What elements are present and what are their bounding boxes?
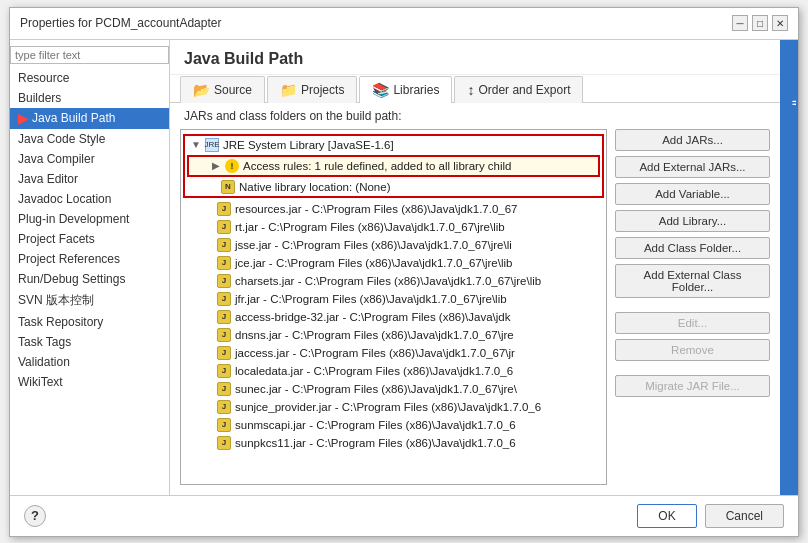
tree-item-native[interactable]: N Native library location: (None) (201, 178, 602, 196)
sidebar-item-label: SVN 版本控制 (18, 292, 94, 309)
tab-projects[interactable]: 📁 Projects (267, 76, 357, 103)
sidebar-item-label: Task Repository (18, 315, 103, 329)
tab-order-label: Order and Export (478, 83, 570, 97)
sidebar-item-validation[interactable]: Validation (10, 352, 169, 372)
sidebar-item-label: Java Build Path (32, 111, 115, 125)
access-bridge-jar-icon: J (217, 310, 231, 324)
charsets-label: charsets.jar - C:\Program Files (x86)\Ja… (235, 275, 541, 287)
add-jars-button[interactable]: Add JARs... (615, 129, 770, 151)
sidebar-item-java-code-style[interactable]: Java Code Style (10, 129, 169, 149)
dialog-buttons: OK Cancel (637, 504, 784, 528)
sidebar-item-java-editor[interactable]: Java Editor (10, 169, 169, 189)
jre-library-icon: JRE (205, 138, 219, 152)
sidebar-item-label: Task Tags (18, 335, 71, 349)
dnsns-label: dnsns.jar - C:\Program Files (x86)\Java\… (235, 329, 514, 341)
tree-item-localedata[interactable]: J localedata.jar - C:\Program Files (x86… (197, 362, 606, 380)
sidebar: Resource Builders ▶ Java Build Path Java… (10, 40, 170, 495)
tree-item-sunpkcs11[interactable]: J sunpkcs11.jar - C:\Program Files (x86)… (197, 434, 606, 452)
expand-jre-icon[interactable]: ▼ (189, 139, 203, 150)
jre-root-label: JRE System Library [JavaSE-1.6] (223, 139, 394, 151)
tree-item-sunjce[interactable]: J sunjce_provider.jar - C:\Program Files… (197, 398, 606, 416)
sidebar-item-label: Resource (18, 71, 69, 85)
access-rules-label: Access rules: 1 rule defined, added to a… (243, 160, 511, 172)
add-class-folder-button[interactable]: Add Class Folder... (615, 237, 770, 259)
tree-item-resources[interactable]: J resources.jar - C:\Program Files (x86)… (197, 200, 606, 218)
minimize-button[interactable]: ─ (732, 15, 748, 31)
native-label: Native library location: (None) (239, 181, 390, 193)
sunec-jar-icon: J (217, 382, 231, 396)
source-tab-icon: 📂 (193, 82, 210, 98)
projects-tab-icon: 📁 (280, 82, 297, 98)
sidebar-item-svn[interactable]: SVN 版本控制 (10, 289, 169, 312)
sidebar-item-label: Project References (18, 252, 120, 266)
tree-item-rt[interactable]: J rt.jar - C:\Program Files (x86)\Java\j… (197, 218, 606, 236)
sidebar-item-label: Project Facets (18, 232, 95, 246)
libraries-tab-icon: 📚 (372, 82, 389, 98)
tab-source[interactable]: 📂 Source (180, 76, 265, 103)
tab-libraries[interactable]: 📚 Libraries (359, 76, 452, 103)
jsse-jar-icon: J (217, 238, 231, 252)
tree-item-jsse[interactable]: J jsse.jar - C:\Program Files (x86)\Java… (197, 236, 606, 254)
tree-item-dnsns[interactable]: J dnsns.jar - C:\Program Files (x86)\Jav… (197, 326, 606, 344)
sidebar-item-task-tags[interactable]: Task Tags (10, 332, 169, 352)
sunpkcs11-label: sunpkcs11.jar - C:\Program Files (x86)\J… (235, 437, 516, 449)
rt-jar-icon: J (217, 220, 231, 234)
tree-item-sunmscapi[interactable]: J sunmscapi.jar - C:\Program Files (x86)… (197, 416, 606, 434)
tree-item-sunec[interactable]: J sunec.jar - C:\Program Files (x86)\Jav… (197, 380, 606, 398)
tree-item-jfr[interactable]: J jfr.jar - C:\Program Files (x86)\Java\… (197, 290, 606, 308)
tree-item-access-rules[interactable]: ▶ ! Access rules: 1 rule defined, added … (205, 157, 598, 175)
sidebar-item-resource[interactable]: Resource (10, 68, 169, 88)
resources-jar-icon: J (217, 202, 231, 216)
add-external-class-folder-button[interactable]: Add External Class Folder... (615, 264, 770, 298)
main-window: Properties for PCDM_accountAdapter ─ □ ✕… (9, 7, 799, 537)
title-bar: Properties for PCDM_accountAdapter ─ □ ✕ (10, 8, 798, 40)
jce-jar-icon: J (217, 256, 231, 270)
add-library-button[interactable]: Add Library... (615, 210, 770, 232)
sidebar-item-label: Javadoc Location (18, 192, 111, 206)
buttons-column: Add JARs... Add External JARs... Add Var… (615, 129, 770, 485)
tree-item-jce[interactable]: J jce.jar - C:\Program Files (x86)\Java\… (197, 254, 606, 272)
sunjce-label: sunjce_provider.jar - C:\Program Files (… (235, 401, 541, 413)
sidebar-item-wikitext[interactable]: WikiText (10, 372, 169, 392)
tree-container[interactable]: ▼ JRE JRE System Library [JavaSE-1.6] ▶ … (180, 129, 607, 485)
sidebar-item-label: Java Editor (18, 172, 78, 186)
sunec-label: sunec.jar - C:\Program Files (x86)\Java\… (235, 383, 517, 395)
sidebar-item-java-build-path[interactable]: ▶ Java Build Path (10, 108, 169, 129)
window-controls: ─ □ ✕ (732, 15, 788, 31)
close-button[interactable]: ✕ (772, 15, 788, 31)
tree-item-jre-root[interactable]: ▼ JRE JRE System Library [JavaSE-1.6] (185, 136, 602, 154)
expand-native-icon (205, 181, 219, 192)
tree-item-jaccess[interactable]: J jaccess.jar - C:\Program Files (x86)\J… (197, 344, 606, 362)
tab-projects-label: Projects (301, 83, 344, 97)
expand-resources (201, 203, 215, 214)
sidebar-item-label: WikiText (18, 375, 63, 389)
cancel-button[interactable]: Cancel (705, 504, 784, 528)
sidebar-item-plugin[interactable]: Plug-in Development (10, 209, 169, 229)
sidebar-item-java-compiler[interactable]: Java Compiler (10, 149, 169, 169)
sidebar-item-project-facets[interactable]: Project Facets (10, 229, 169, 249)
migrate-jar-button[interactable]: Migrate JAR File... (615, 375, 770, 397)
sunjce-jar-icon: J (217, 400, 231, 414)
sidebar-item-run-debug[interactable]: Run/Debug Settings (10, 269, 169, 289)
add-external-jars-button[interactable]: Add External JARs... (615, 156, 770, 178)
tree-item-access-bridge[interactable]: J access-bridge-32.jar - C:\Program File… (197, 308, 606, 326)
help-button[interactable]: ? (24, 505, 46, 527)
edit-button[interactable]: Edit... (615, 312, 770, 334)
remove-button[interactable]: Remove (615, 339, 770, 361)
sidebar-item-project-references[interactable]: Project References (10, 249, 169, 269)
warning-icon: ! (225, 159, 239, 173)
tree-item-charsets[interactable]: J charsets.jar - C:\Program Files (x86)\… (197, 272, 606, 290)
expand-access-icon[interactable]: ▶ (209, 160, 223, 171)
charsets-jar-icon: J (217, 274, 231, 288)
native-icon: N (221, 180, 235, 194)
add-variable-button[interactable]: Add Variable... (615, 183, 770, 205)
filter-input[interactable] (10, 46, 169, 64)
sidebar-item-javadoc[interactable]: Javadoc Location (10, 189, 169, 209)
tab-order-export[interactable]: ↕ Order and Export (454, 76, 583, 103)
maximize-button[interactable]: □ (752, 15, 768, 31)
arrow-icon: ▶ (18, 111, 28, 126)
ok-button[interactable]: OK (637, 504, 696, 528)
sidebar-item-task-repository[interactable]: Task Repository (10, 312, 169, 332)
sidebar-item-builders[interactable]: Builders (10, 88, 169, 108)
jfr-label: jfr.jar - C:\Program Files (x86)\Java\jd… (235, 293, 507, 305)
